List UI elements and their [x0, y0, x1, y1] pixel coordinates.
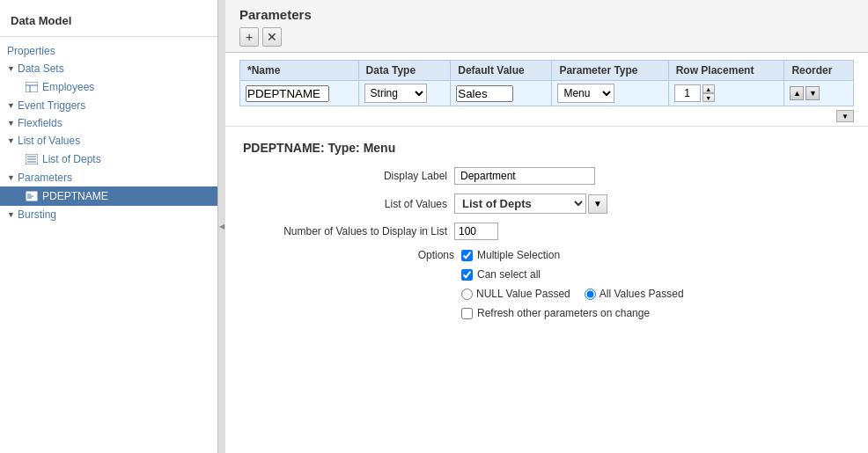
multiple-selection-label: Multiple Selection — [477, 249, 560, 261]
num-values-input[interactable] — [454, 223, 498, 240]
param-icon — [25, 189, 39, 203]
table-icon — [25, 80, 39, 94]
row-placement-input[interactable] — [674, 84, 701, 102]
add-button[interactable]: + — [239, 27, 259, 47]
null-value-passed-label: NULL Value Passed — [476, 288, 570, 300]
num-values-input-container — [454, 223, 498, 240]
cell-reorder: ▲ ▼ — [784, 81, 854, 106]
toolbar: + ✕ — [239, 27, 854, 47]
display-label-label: Display Label — [243, 170, 454, 182]
lov-dropdown-button[interactable]: ▼ — [588, 194, 607, 214]
cell-paramtype: Menu Text Date Hidden — [552, 81, 668, 106]
parameters-table: *Name Data Type Default Value Parameter … — [239, 60, 854, 106]
display-label-row: Display Label — [243, 167, 850, 185]
col-name: *Name — [240, 61, 359, 81]
sidebar-item-pdeptname[interactable]: PDEPTNAME — [0, 186, 217, 206]
col-default: Default Value — [451, 61, 552, 81]
sidebar-item-list-of-values[interactable]: ▼ List of Values — [0, 132, 217, 150]
collapse-handle: ▼ — [225, 106, 868, 127]
sidebar-item-list-of-depts[interactable]: List of Depts — [0, 150, 217, 169]
col-datatype: Data Type — [358, 61, 451, 81]
table-header-row: *Name Data Type Default Value Parameter … — [240, 61, 854, 81]
refresh-other-checkbox[interactable] — [461, 308, 473, 319]
detail-title: PDEPTNAME: Type: Menu — [243, 141, 850, 155]
list-of-values-select-container: List of Depts ▼ — [454, 194, 607, 214]
paramtype-select[interactable]: Menu Text Date Hidden — [557, 84, 614, 103]
datatype-select[interactable]: String Integer Float Boolean Date — [364, 84, 427, 103]
row-placement-spinner: ▲ ▼ — [702, 84, 715, 102]
svg-rect-0 — [26, 82, 38, 92]
display-label-input-container — [454, 167, 595, 185]
sidebar-title: Data Model — [0, 7, 217, 37]
sidebar-item-event-triggers[interactable]: ▼ Event Triggers — [0, 97, 217, 114]
num-values-label: Number of Values to Display in List — [243, 225, 454, 237]
remove-button[interactable]: ✕ — [262, 27, 282, 47]
detail-section: PDEPTNAME: Type: Menu Display Label List… — [225, 127, 868, 453]
can-select-all-checkbox[interactable] — [461, 269, 473, 281]
collapse-button[interactable]: ▼ — [836, 110, 854, 122]
sidebar-item-parameters[interactable]: ▼ Parameters — [0, 169, 217, 186]
spin-up-button[interactable]: ▲ — [702, 84, 715, 93]
col-reorder: Reorder — [784, 61, 854, 81]
sidebar: Data Model Properties ▼ Data Sets Employ… — [0, 0, 218, 453]
sidebar-item-bursting[interactable]: ▼ Bursting — [0, 206, 217, 223]
sidebar-nav: Properties ▼ Data Sets Employees ▼ Event… — [0, 37, 217, 229]
sidebar-item-flexfields[interactable]: ▼ Flexfields — [0, 114, 217, 132]
default-value-input[interactable] — [456, 85, 513, 102]
display-label-input[interactable] — [454, 167, 595, 185]
options-label: Options — [243, 249, 461, 261]
null-all-values-row: NULL Value Passed All Values Passed — [243, 288, 850, 300]
reorder-down-button[interactable]: ▼ — [805, 86, 820, 100]
sidebar-item-employees[interactable]: Employees — [0, 77, 217, 97]
spin-down-button[interactable]: ▼ — [702, 93, 715, 102]
can-select-all-row: Can select all — [243, 268, 850, 281]
refresh-other-label: Refresh other parameters on change — [477, 307, 650, 319]
list-icon — [25, 152, 39, 166]
reorder-up-button[interactable]: ▲ — [790, 86, 804, 100]
list-of-values-row: List of Values List of Depts ▼ — [243, 194, 850, 214]
main-header: Parameters + ✕ — [225, 0, 868, 53]
sidebar-item-properties[interactable]: Properties — [0, 42, 217, 60]
list-of-values-select[interactable]: List of Depts — [454, 194, 586, 214]
can-select-all-label: Can select all — [477, 268, 541, 281]
resize-handle[interactable] — [218, 0, 225, 453]
all-values-passed-radio[interactable] — [585, 289, 596, 300]
all-values-passed-label: All Values Passed — [600, 288, 684, 300]
cell-datatype: String Integer Float Boolean Date — [358, 81, 451, 106]
list-of-values-label: List of Values — [243, 198, 454, 210]
table-row: String Integer Float Boolean Date — [240, 81, 854, 106]
main-content: Parameters + ✕ *Name Data Type Default V… — [225, 0, 868, 453]
col-rowplacement: Row Placement — [668, 61, 784, 81]
refresh-other-row: Refresh other parameters on change — [243, 307, 850, 319]
cell-rowplacement: ▲ ▼ — [668, 81, 784, 106]
multiple-selection-checkbox[interactable] — [461, 250, 473, 261]
num-values-row: Number of Values to Display in List — [243, 223, 850, 240]
null-value-passed-radio[interactable] — [461, 289, 473, 300]
sidebar-item-datasets[interactable]: ▼ Data Sets — [0, 60, 217, 77]
cell-default — [451, 81, 552, 106]
cell-name — [240, 81, 359, 106]
name-input[interactable] — [246, 85, 329, 102]
multiple-selection-row: Options Multiple Selection — [243, 249, 850, 261]
col-paramtype: Parameter Type — [552, 61, 668, 81]
parameters-table-container: *Name Data Type Default Value Parameter … — [225, 60, 868, 106]
page-title: Parameters — [239, 7, 854, 22]
